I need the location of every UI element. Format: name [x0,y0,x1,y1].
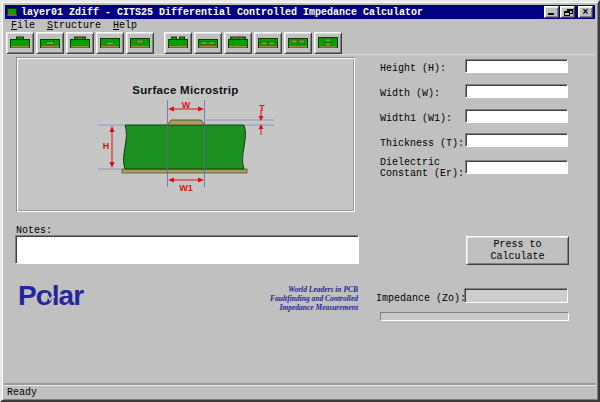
toolbar-button-stripline-differential[interactable] [254,32,282,54]
toolbar-button-embedded-microstrip-differential[interactable] [194,32,222,54]
height-input[interactable] [465,59,568,73]
app-icon [7,8,17,16]
tagline-line: Faultfinding and Controlled [185,294,358,303]
offset-stripline-icon [130,36,150,50]
window-title: layer01 Zdiff - CITS25 Differential Cont… [21,7,423,18]
width-label: Width (W): [380,88,468,99]
status-text: Ready [7,387,37,398]
progress-bar [380,312,569,321]
stripline-differential-icon [258,36,278,50]
width-input[interactable] [465,84,568,98]
title-bar: layer01 Zdiff - CITS25 Differential Cont… [5,5,595,19]
impedance-label: Impedance (Zo): [376,293,466,304]
toolbar-button-coated-microstrip-differential[interactable] [224,32,252,54]
tagline-line: World Leaders in PCB [185,285,358,294]
minimize-icon [548,13,554,15]
broadside-stripline-differential-icon [318,36,338,50]
pulse-icon [41,292,55,302]
tagline-line: Impedance Measurement [185,303,358,312]
polar-logo: Polar [18,280,83,312]
thickness-label: Thickness (T): [380,138,468,149]
coated-microstrip-differential-icon [228,36,248,50]
surface-microstrip-icon [10,36,30,50]
toolbar-separator [156,32,164,54]
structure-diagram: Surface Microstrip [16,57,355,212]
toolbar-button-offset-stripline-differential[interactable] [284,32,312,54]
width1-input[interactable] [465,109,568,123]
close-button[interactable]: × [578,6,593,18]
dim-label-t: T [256,103,268,113]
thickness-input[interactable] [465,133,568,147]
minimize-button[interactable] [544,6,559,18]
impedance-result-field[interactable] [464,288,568,303]
toolbar-button-coated-microstrip[interactable] [66,32,94,54]
status-bar: Ready [4,385,596,398]
toolbar-button-embedded-microstrip[interactable] [36,32,64,54]
brand-tagline: World Leaders in PCB Faultfinding and Co… [185,285,358,312]
surface-microstrip-differential-icon [168,36,188,50]
dim-label-w: W [176,100,196,110]
dielectric-constant-input[interactable] [465,160,568,174]
notes-input[interactable] [15,235,359,264]
menu-help[interactable]: Help [107,20,143,31]
client-area: Surface Microstrip [5,56,595,384]
toolbar-button-stripline[interactable] [96,32,124,54]
toolbar-button-surface-microstrip[interactable] [6,32,34,54]
toolbar-button-broadside-stripline-differential[interactable] [314,32,342,54]
stripline-icon [100,36,120,50]
dielectric-constant-label: Dielectric Constant (Er): [380,157,468,179]
embedded-microstrip-icon [40,36,60,50]
toolbar [5,31,595,55]
dim-label-h: H [100,141,112,151]
app-window: layer01 Zdiff - CITS25 Differential Cont… [0,0,600,402]
dim-label-w1: W1 [172,183,200,193]
embedded-microstrip-differential-icon [198,36,218,50]
restore-button[interactable] [560,6,575,18]
offset-stripline-differential-icon [288,36,308,50]
width1-label: Width1 (W1): [380,113,468,124]
menu-structure[interactable]: Structure [41,20,107,31]
toolbar-button-surface-microstrip-differential[interactable] [164,32,192,54]
close-icon: × [579,6,592,17]
calculate-button[interactable]: Press to Calculate [466,236,569,265]
menu-file[interactable]: File [5,20,41,31]
height-label: Height (H): [380,63,468,74]
coated-microstrip-icon [70,36,90,50]
menu-bar: File Structure Help [5,19,595,31]
toolbar-button-offset-stripline[interactable] [126,32,154,54]
